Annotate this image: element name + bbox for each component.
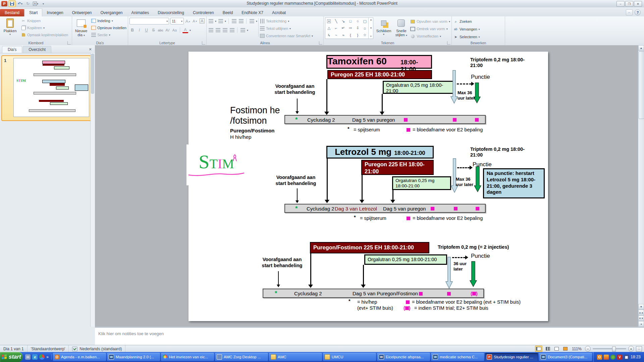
reading-view-button[interactable] [553,346,560,352]
slides-pane-scrollbar[interactable] [90,53,95,327]
tab-overgangen[interactable]: Overgangen [96,9,127,16]
lightblue-arrow-3[interactable] [445,257,453,289]
triptofem-label-3[interactable]: Triptofem 0,2 mg (= 2 injecties) [438,244,509,250]
tamoxifen-box[interactable]: Tamoxifen 60 mg18:00-21:00 [326,55,432,69]
new-slide-button[interactable]: Nieuwedia ▾ [73,17,89,40]
shape-arrow-icon[interactable]: ↘ [342,19,345,23]
pre-arrow-2[interactable] [295,188,300,203]
alinea-dialog-launcher[interactable] [319,41,322,45]
zoom-percentage[interactable]: 111% [572,347,582,351]
dashed-arrow-1[interactable] [457,82,474,86]
shape-textbox-icon[interactable]: A [327,19,331,23]
shrink-font-button[interactable]: A▼ [192,18,198,24]
theme-name[interactable]: 'Standaardontwerp' [28,345,69,352]
clock[interactable]: 18:23 [631,355,641,359]
legend-square-text-1[interactable]: = bloedafname voor E2 bepaling [413,127,483,132]
tab-beeld[interactable]: Beeld [218,9,237,16]
text-direction-button[interactable]: Tekstrichting▾ [260,18,313,24]
legend-asterisk-icon-1[interactable]: * [347,126,350,131]
grow-font-button[interactable]: A▲ [185,18,191,24]
taskbar-item-umcu-folder[interactable]: UMCU [323,353,376,361]
slideshow-view-button[interactable] [562,346,569,352]
shape-rectangle-icon[interactable]: □ [350,19,352,23]
shape-left-brace-icon[interactable]: { [350,33,351,37]
shape-pentagon-icon[interactable]: ⌂ [364,26,366,30]
quick-styles-button[interactable]: Snellestijlen ▾ [394,17,409,40]
numbering-button[interactable] [218,18,223,24]
shape-curve-icon[interactable]: ~ [335,33,337,37]
select-button[interactable]: ➤Selecteren▾ [453,34,503,40]
legend-asterisk-text-1[interactable]: = spijtserum [354,127,380,132]
tab-ontwerpen[interactable]: Ontwerpen [68,9,96,16]
lightblue-arrow-1[interactable] [450,70,458,104]
legend-hivhep-text[interactable]: = hiv/hep [357,299,377,305]
legend-square-icon-2[interactable] [407,217,410,220]
reset-slide-button[interactable]: Opnieuw instellen [91,24,126,31]
side-note-title[interactable]: Fostimon he/fotsimon [230,105,280,126]
layout-button[interactable]: Indeling▾ [91,17,126,24]
close-button[interactable]: ✕ [634,1,642,7]
shape-freeform-icon[interactable]: ≈ [342,33,344,37]
zoom-slider[interactable] [593,348,626,349]
fit-to-window-button[interactable]: ⛶ [636,346,642,352]
close-pane-icon[interactable]: ✕ [88,47,93,52]
format-painter-button[interactable]: Opmaak kopiëren/plakken [21,32,68,38]
tray-updater-icon[interactable] [604,355,609,360]
tab-dias[interactable]: Dia's [2,46,22,53]
shape-scribble-icon[interactable]: ϟ [328,33,330,37]
shape-down-arrow-icon[interactable]: ⇩ [356,26,359,30]
decrease-indent-button[interactable] [231,18,237,24]
collapse-ribbon-button[interactable]: ︿ [626,9,633,15]
dashed-arrow-3[interactable] [452,255,468,259]
pre-arrow-1[interactable] [295,99,300,114]
legend-asterisk-text-2[interactable]: = spijtserum [360,216,386,221]
pre-treatment-label-2[interactable]: Voorafgaand aan start behandeling [274,174,318,186]
black-arrow-2c[interactable] [390,190,395,203]
puregon-box-2[interactable]: Puregon 225 EH 18:00-21:00 [361,160,434,175]
justify-button[interactable] [229,27,235,33]
timeline-bar-2[interactable]: * Cyclusdag 2 Dag 3 van Letrozol Dag 5 v… [284,204,486,213]
minimize-button[interactable]: − [616,1,625,7]
normal-view-button[interactable] [535,346,542,352]
black-arrow-1a[interactable] [324,79,329,115]
slide-sorter-view-button[interactable] [544,346,551,352]
zoom-in-button[interactable]: + [628,346,634,352]
klembord-dialog-launcher[interactable] [67,41,71,45]
slide-thumbnail-selected[interactable]: 1 STIM [1,55,93,121]
scroll-up-icon[interactable]: ▲ [638,45,644,51]
zoom-out-button[interactable]: − [585,346,591,352]
legend-stimbuis-text[interactable]: (evt+ STIM buis) [357,305,393,311]
zoom-slider-thumb[interactable] [612,347,616,352]
shapes-gallery[interactable]: A ╲ ↘ □ ○ ▢ △ ⌐ ↵ ⇨ ⇩ ⌂ ϟ ~ ≈ { } [325,17,373,39]
notes-pane[interactable]: Klik hier om notities toe te voegen [95,327,644,346]
shape-line-icon[interactable]: ╲ [335,19,337,23]
timeline-bar-1[interactable]: * Cyclusdag 2 Dag 5 van puregon [284,115,486,124]
stim-logo[interactable]: STIM [186,144,246,185]
black-arrow-1b[interactable] [380,94,384,115]
editor-scrollbar[interactable]: ▲ ▼ ▲▲ ▼▼ ● [638,45,644,327]
pre-treatment-label-1[interactable]: Voorafgaand aan start behandeling [273,83,317,95]
shape-right-arrow-icon[interactable]: ⇨ [349,26,352,30]
paste-button[interactable]: Plakken ▾ [1,17,19,40]
scroll-down-icon[interactable]: ▼ [638,304,644,310]
copy-button[interactable]: Kopiëren▾ [21,24,68,31]
chrome-quick-icon[interactable] [39,354,45,360]
slide-thumbnail[interactable]: STIM [13,58,89,117]
side-note-line4[interactable]: H hiv/hep [230,134,251,140]
legend-square-icon-1[interactable] [407,128,410,132]
font-size-combobox[interactable]: 11▾ [170,18,184,24]
tray-antivirus-icon[interactable]: V [617,355,622,360]
next-slide-button[interactable]: ▼▼ [638,315,644,321]
columns-button[interactable] [240,27,246,33]
lettertype-dialog-launcher[interactable] [202,41,205,45]
orgalutran-box-3[interactable]: Orgalutran 0,25 mg 18:00-21:00 [364,254,447,265]
character-spacing-button[interactable]: AV [165,27,170,33]
black-arrow-2a[interactable] [325,159,329,203]
letrozol-box[interactable]: Letrozol 5 mg18:00-21:00 [326,146,434,159]
green-arrow-3[interactable] [470,261,477,287]
shape-triangle-icon[interactable]: △ [327,26,330,30]
taskbar-item-amc-zorg[interactable]: AMC Zorg Desktop ... [215,353,268,361]
punctie-label-3[interactable]: Punctie [471,253,490,259]
outlook-quick-icon[interactable]: ✉ [25,354,31,360]
shape-right-brace-icon[interactable]: } [357,33,358,37]
